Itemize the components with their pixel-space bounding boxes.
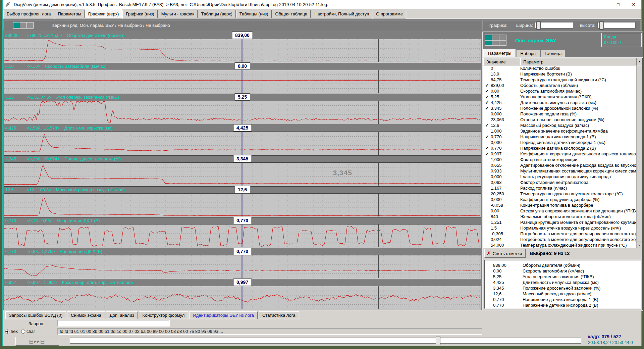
- graph-height-slider[interactable]: [597, 22, 636, 29]
- panel-slot-bottom-2[interactable]: [492, 40, 499, 46]
- graph-range: <0...0>: [27, 64, 40, 69]
- bottom-tab-2[interactable]: Доп. анализ: [106, 311, 138, 319]
- panel-slot-top-2[interactable]: [492, 35, 499, 40]
- table-row[interactable]: 1,000Фактор высотной коррекции: [483, 157, 636, 162]
- bottom-tab-1[interactable]: Снимок экрана: [67, 311, 105, 319]
- menu-tab-5[interactable]: Таблицы (верх): [198, 10, 236, 18]
- table-row[interactable]: ✔5,25Угол опережения зажигания (°ПКВ): [483, 94, 636, 100]
- bottom-tab-3[interactable]: Конструктор формул: [139, 311, 189, 319]
- menu-tab-6[interactable]: Таблицы (низ): [236, 10, 272, 18]
- bottom-tab-5[interactable]: Статистика лога: [259, 311, 299, 319]
- table-row[interactable]: 54,000Температура охлаждающей жидкости п…: [483, 242, 636, 248]
- minimize-button[interactable]: –: [595, 0, 610, 9]
- frame-time: 0:00:00,0: [604, 40, 621, 45]
- hex-radio[interactable]: [5, 330, 9, 334]
- menu-tab-3[interactable]: Графики (низ): [122, 10, 157, 18]
- parameters-scrollbar[interactable]: ∨: [636, 65, 642, 248]
- table-row[interactable]: 0Количество ошибок: [483, 65, 636, 71]
- graph-panel-6: 12,6<12...100,3>Массовый расход воздуха …: [4, 186, 481, 217]
- table-row[interactable]: ✔4,425Длительность импульса впрыска (мс): [483, 100, 636, 105]
- table-row[interactable]: 0,024Потребность в моменте для регулиров…: [483, 237, 636, 242]
- graph-plot[interactable]: [4, 70, 481, 94]
- graph-width-slider[interactable]: [535, 22, 573, 29]
- menu-tab-7[interactable]: Общая таблица: [272, 10, 311, 18]
- table-row[interactable]: 84,75Температура охлаждающей жидкости (°…: [483, 77, 636, 83]
- bottom-tab-4[interactable]: Идентификаторы ЭБУ из лога: [189, 311, 258, 319]
- panel-slot-top-3[interactable]: [499, 35, 506, 40]
- table-row[interactable]: 20,250Температура воздуха во впускном ко…: [483, 191, 636, 197]
- menu-tab-4[interactable]: Мульти - график: [158, 10, 198, 18]
- hex-data-field[interactable]: fd fd fd 61 01 00 8b 00 b1 0d 1c 00 07 0…: [57, 328, 482, 335]
- panel-slot-bottom-1[interactable]: [485, 40, 492, 46]
- table-row[interactable]: 0,030Период сигнала датчика кислорода 1 …: [483, 140, 636, 145]
- graph-plot[interactable]: 3,345: [4, 162, 481, 187]
- maximize-button[interactable]: □: [610, 0, 626, 9]
- panel-slot-top-1[interactable]: [485, 35, 492, 40]
- graph-plot[interactable]: [4, 286, 481, 310]
- table-row[interactable]: 13,9Напряжение бортсети (В): [483, 71, 636, 77]
- summary-row: 5,25Угол опережения зажигания (°ПКВ): [485, 274, 641, 280]
- table-row[interactable]: 1,251Разница крутящего момента от адапти…: [483, 219, 636, 225]
- table-row[interactable]: ✔0,00Скорость автомобиля (км/час): [483, 88, 636, 94]
- graph-slot-2-button[interactable]: [20, 22, 27, 28]
- graph-plot[interactable]: [4, 193, 481, 217]
- scroll-down-button[interactable]: ∨: [637, 242, 642, 248]
- table-row[interactable]: 0,000Коэффициент продувки адсорбера (%): [483, 197, 636, 202]
- graph-plot[interactable]: [4, 101, 481, 125]
- scroll-up-button[interactable]: ∧: [637, 58, 642, 65]
- row-value: 1,000: [491, 157, 520, 162]
- menu-tab-0[interactable]: Выбор профиля, лога: [3, 10, 54, 18]
- graph-slot-3-button[interactable]: [27, 22, 33, 28]
- graph-header: 839,00<796,75...3145,5>Обороты двигателя…: [4, 32, 481, 39]
- tab-parameters[interactable]: Параметры: [483, 49, 516, 57]
- row-parameter: Фактор старения нейтрализатора: [520, 180, 636, 185]
- table-row[interactable]: ✔12,6Массовый расход воздуха (кг/час): [483, 122, 636, 128]
- graph-height-slider-thumb[interactable]: [599, 21, 604, 30]
- column-header-value[interactable]: Значение: [483, 58, 520, 65]
- graph-plot[interactable]: [4, 224, 481, 248]
- table-row[interactable]: 0,000Положение педали газа (%): [483, 111, 636, 117]
- table-row[interactable]: -0,058Концентрация топлива в адсорбере: [483, 202, 636, 208]
- graph-plot[interactable]: [4, 255, 481, 279]
- table-row[interactable]: 1,000Заданное значение коэффициента лямб…: [483, 128, 636, 134]
- query-input[interactable]: [57, 320, 170, 327]
- tab-sets[interactable]: Наборы: [517, 50, 540, 57]
- table-row[interactable]: 0,00Отскок угла опережения зажигания при…: [483, 208, 636, 214]
- table-row[interactable]: -0,305Потребность в моменте для регулиро…: [483, 231, 636, 237]
- bottom-tab-0[interactable]: Запросы ошибок ЭСУД (0): [5, 311, 66, 319]
- menu-tab-1[interactable]: Параметры: [55, 10, 85, 18]
- graph-plot[interactable]: [4, 39, 481, 63]
- table-row[interactable]: 840Желаемые обороты холостого хода (об/м…: [483, 214, 636, 219]
- timeline-thumb[interactable]: [436, 337, 440, 345]
- table-row[interactable]: ✔0,997Коэффициент коррекции длительности…: [483, 151, 636, 157]
- log-playback-button[interactable]: ▤▸▸▤: [15, 337, 59, 346]
- panel-slot-bottom-3[interactable]: [499, 40, 506, 46]
- table-row[interactable]: 0,933Мультипликативная составляющая корр…: [483, 168, 636, 174]
- graph-width-slider-thumb[interactable]: [536, 21, 541, 30]
- table-row[interactable]: 1,5Нормальная утечка воздуха через дросс…: [483, 225, 636, 231]
- table-row[interactable]: ✔839,00Обороты двигателя (об/мин): [483, 83, 636, 88]
- table-row[interactable]: 23,063Относительное заполнение воздухом …: [483, 117, 636, 122]
- clear-marks-button[interactable]: ✗ Снять отметки: [484, 249, 526, 258]
- table-row[interactable]: 0,000I-часть регулирования по датчику ки…: [483, 174, 636, 180]
- table-row[interactable]: 0,063Фактор старения нейтрализатора: [483, 180, 636, 185]
- menu-tab-8[interactable]: Настройки, Полный доступ: [311, 10, 372, 18]
- char-radio[interactable]: [21, 330, 25, 334]
- menu-tab-2[interactable]: Графики (верх): [85, 9, 122, 18]
- row-value: 0,00: [491, 89, 520, 94]
- tab-table[interactable]: Таблица: [541, 50, 565, 57]
- graph-plot[interactable]: [4, 132, 481, 156]
- column-header-parameter[interactable]: Параметр: [520, 58, 637, 65]
- table-row[interactable]: 0,655Адаптированное отклонение расхода в…: [483, 162, 636, 168]
- table-row[interactable]: ✔0,770Напряжение датчика кислорода 1 (В): [483, 134, 636, 140]
- scrollbar-thumb[interactable]: [637, 65, 642, 242]
- table-row[interactable]: ✔3,345Положение дроссельной заслонки (%): [483, 105, 636, 111]
- graph-slot-1-button[interactable]: [13, 22, 20, 28]
- timeline-slider[interactable]: [70, 338, 581, 344]
- table-row[interactable]: 1,167Расход топлива (л/час): [483, 185, 636, 191]
- row-parameter: Относительное заполнение воздухом (%): [520, 117, 636, 122]
- table-row[interactable]: ✔0,770Напряжение датчика кислорода 2 (В): [483, 145, 636, 151]
- close-button[interactable]: ✕: [626, 0, 641, 9]
- menu-tab-9[interactable]: О программе: [373, 10, 406, 18]
- graph-range: <796,75...3145,5>: [27, 33, 62, 38]
